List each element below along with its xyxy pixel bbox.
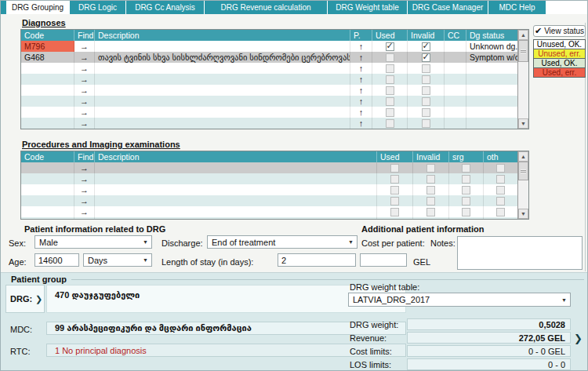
oth-checkbox[interactable] <box>496 186 505 195</box>
used-checkbox[interactable] <box>386 53 394 62</box>
tab-drg-case-manager[interactable]: DRG Case Manager <box>408 1 488 14</box>
used-checkbox[interactable] <box>390 219 399 220</box>
scrollbar-track[interactable] <box>518 180 528 209</box>
col-header-invalid[interactable]: Invalid <box>408 30 445 41</box>
scroll-down-icon[interactable]: ▼ <box>518 209 528 219</box>
col-header-dg-status[interactable]: Dg status <box>466 30 517 41</box>
table-row[interactable]: → ↑ <box>21 118 517 129</box>
col-header-p[interactable]: P. <box>350 30 372 41</box>
col-header-description[interactable]: Description <box>95 151 377 162</box>
table-row[interactable]: → <box>21 206 517 217</box>
table-row[interactable]: → <box>21 217 517 220</box>
invalid-checkbox[interactable] <box>422 108 430 117</box>
find-arrow-icon[interactable]: → <box>74 184 95 195</box>
table-row[interactable]: → ↑ <box>21 85 517 96</box>
find-arrow-icon[interactable]: → <box>74 63 95 74</box>
table-row[interactable]: → <box>21 195 517 206</box>
scrollbar-thumb[interactable] <box>518 40 528 62</box>
find-arrow-icon[interactable]: → <box>74 195 95 206</box>
used-checkbox[interactable] <box>390 186 399 195</box>
age-input[interactable] <box>34 253 79 267</box>
sex-select[interactable]: Male ▼ <box>34 235 152 249</box>
invalid-checkbox[interactable] <box>422 119 430 128</box>
invalid-checkbox[interactable] <box>426 208 435 216</box>
find-arrow-icon[interactable]: → <box>74 217 95 220</box>
scroll-down-icon[interactable]: ▼ <box>518 118 528 129</box>
invalid-checkbox[interactable] <box>426 175 435 184</box>
table-row[interactable]: → ↑ <box>21 96 517 107</box>
used-checkbox[interactable] <box>386 119 394 128</box>
find-arrow-icon[interactable]: → <box>74 173 95 184</box>
col-header-description[interactable]: Description <box>95 30 350 41</box>
tab-drg-weight-table[interactable]: DRG Weight table <box>328 1 407 14</box>
chevron-down-icon[interactable]: ▼ <box>140 239 151 245</box>
srg-checkbox[interactable] <box>462 197 470 206</box>
oth-checkbox[interactable] <box>496 164 505 173</box>
invalid-checkbox[interactable] <box>422 97 430 106</box>
used-checkbox[interactable] <box>390 197 399 206</box>
srg-checkbox[interactable] <box>462 175 470 184</box>
chevron-right-icon[interactable]: ❯ <box>35 294 42 304</box>
col-header-invalid[interactable]: Invalid <box>413 151 449 162</box>
tab-drg-grouping[interactable]: DRG Grouping <box>6 1 69 14</box>
oth-checkbox[interactable] <box>496 208 505 216</box>
invalid-checkbox[interactable] <box>426 186 435 195</box>
tab-drg-logic[interactable]: DRG Logic <box>70 1 125 14</box>
table-row[interactable]: → <box>21 184 517 195</box>
drg-weight-table-select[interactable]: LATVIA_DRG_2017 ▼ <box>348 293 571 307</box>
oth-checkbox[interactable] <box>496 197 505 206</box>
invalid-checkbox[interactable] <box>422 53 430 62</box>
code-cell[interactable]: G468 <box>21 52 74 63</box>
priority-cell[interactable]: ↑ <box>350 52 372 63</box>
invalid-checkbox[interactable] <box>422 75 430 84</box>
table-row[interactable]: → <box>21 173 517 184</box>
invalid-checkbox[interactable] <box>426 219 435 220</box>
find-arrow-icon[interactable]: → <box>74 52 95 63</box>
procedures-scrollbar[interactable]: ▲ ▼ <box>517 151 528 219</box>
invalid-checkbox[interactable] <box>422 64 430 73</box>
age-unit-select[interactable]: Days ▼ <box>83 253 152 267</box>
tab-drg-revenue-calculation[interactable]: DRG Revenue calculation <box>205 1 327 14</box>
srg-checkbox[interactable] <box>462 186 470 195</box>
scroll-up-icon[interactable]: ▲ <box>518 30 528 40</box>
chevron-down-icon[interactable]: ▼ <box>345 239 357 245</box>
used-checkbox[interactable] <box>390 175 399 184</box>
scrollbar-track[interactable] <box>518 62 528 118</box>
used-checkbox[interactable] <box>390 208 399 216</box>
col-header-srg[interactable]: srg <box>449 151 484 162</box>
col-header-cc[interactable]: CC <box>445 30 466 41</box>
col-header-code[interactable]: Code <box>21 151 74 162</box>
scrollbar-thumb[interactable] <box>518 162 528 180</box>
discharge-select[interactable]: End of treatment ▼ <box>207 235 358 249</box>
col-header-find[interactable]: Find <box>74 151 95 162</box>
diagnoses-scrollbar[interactable]: ▲ ▼ <box>517 30 528 129</box>
find-arrow-icon[interactable]: → <box>74 162 95 173</box>
used-checkbox[interactable] <box>390 164 399 173</box>
invalid-checkbox[interactable] <box>426 164 435 173</box>
used-checkbox[interactable] <box>386 75 394 84</box>
col-header-oth[interactable]: oth <box>484 151 517 162</box>
find-arrow-icon[interactable]: → <box>74 74 95 85</box>
used-checkbox[interactable] <box>386 86 394 95</box>
find-arrow-icon[interactable]: → <box>74 206 95 217</box>
col-header-used[interactable]: Used <box>377 151 413 162</box>
priority-cell[interactable]: ↑ <box>350 41 372 52</box>
cost-per-patient-input[interactable] <box>360 253 407 267</box>
invalid-checkbox[interactable] <box>422 86 430 95</box>
tab-mdc-help[interactable]: MDC Help <box>488 1 546 14</box>
find-arrow-icon[interactable]: → <box>74 118 95 129</box>
used-checkbox[interactable] <box>386 108 394 117</box>
col-header-used[interactable]: Used <box>372 30 408 41</box>
length-of-stay-input[interactable] <box>278 253 356 267</box>
srg-checkbox[interactable] <box>462 219 470 220</box>
find-arrow-icon[interactable]: → <box>74 41 95 52</box>
code-cell[interactable]: M796 <box>21 41 74 52</box>
col-header-find[interactable]: Find <box>74 30 95 41</box>
chevron-right-icon[interactable]: ❯ <box>574 333 583 344</box>
chevron-down-icon[interactable]: ▼ <box>140 257 151 263</box>
oth-checkbox[interactable] <box>496 219 505 220</box>
table-row[interactable]: → ↑ <box>21 107 517 118</box>
used-checkbox[interactable] <box>386 64 394 73</box>
oth-checkbox[interactable] <box>496 175 505 184</box>
notes-textarea[interactable] <box>457 236 583 270</box>
